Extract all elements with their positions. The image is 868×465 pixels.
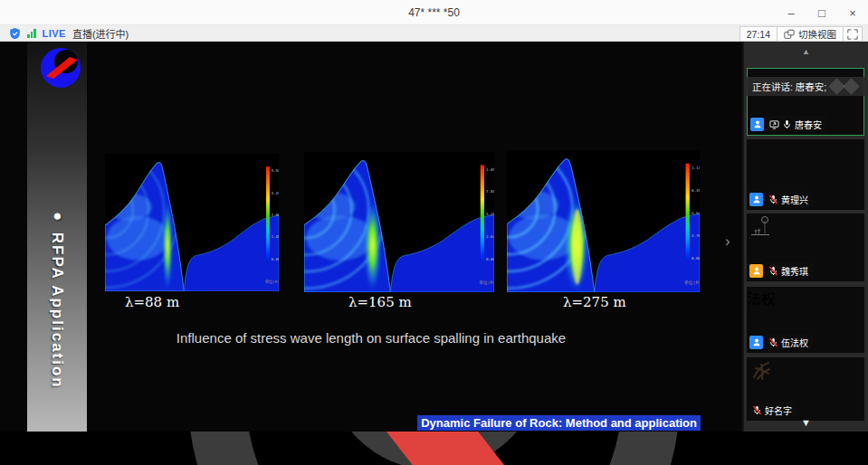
participants-sidebar: ▲ 正在讲话: 唐春安; 唐春安	[742, 42, 868, 432]
svg-text:1.48e+006: 1.48e+006	[272, 234, 279, 239]
svg-text:单位(Pa): 单位(Pa)	[479, 280, 494, 286]
participant-tile[interactable]: 魏秀琪	[747, 214, 864, 281]
participant-name: 伍法权	[781, 336, 808, 349]
participant-tile[interactable]: 黄理兴	[747, 139, 864, 210]
avatar: 法权	[747, 287, 864, 308]
svg-text:7.88e+006: 7.88e+006	[486, 189, 494, 194]
meeting-timer: 27:14	[739, 26, 777, 42]
next-page-chevron-icon[interactable]: ›	[725, 233, 730, 249]
participant-tile[interactable]: 好名字	[747, 357, 864, 421]
svg-text:0.00e+000: 0.00e+000	[486, 257, 494, 261]
window-titlebar: 47* *** *50 – □ ×	[0, 0, 868, 25]
wavelength-label-2: λ=165 m	[348, 294, 412, 310]
slide-caption: Influence of stress wave length on surfa…	[91, 330, 652, 346]
svg-text:0.00e+000: 0.00e+000	[692, 256, 700, 261]
svg-text:单位(Pa): 单位(Pa)	[265, 279, 279, 285]
signal-strength-icon	[27, 29, 36, 38]
svg-text:0.00e+000: 0.00e+000	[272, 256, 279, 261]
slide-footer-title: Dynamic Failure of Rock: Method and appl…	[417, 414, 701, 431]
svg-text:2.63e+006: 2.63e+006	[486, 234, 494, 239]
maximize-button[interactable]: □	[806, 0, 837, 25]
slide-side-bar: ● RFPA Application	[27, 42, 87, 432]
svg-text:8.35e+006: 8.35e+006	[692, 188, 700, 193]
participant-status-icon	[749, 336, 763, 349]
slide-section-title: ● RFPA Application	[48, 207, 66, 389]
switch-view-button[interactable]: 切换视图	[777, 26, 844, 42]
simulation-heatmap-2: 1.05e+0077.88e+0065.25e+0062.63e+0060.00…	[304, 152, 494, 292]
svg-text:5.57e+006: 5.57e+006	[692, 211, 700, 215]
scroll-down-arrow-icon[interactable]: ▼	[744, 417, 868, 428]
avatar	[747, 357, 864, 390]
participant-tile[interactable]: 法权 伍法权	[747, 287, 864, 353]
participant-name: 黄理兴	[781, 193, 808, 206]
shield-icon	[9, 27, 21, 40]
avatar	[747, 214, 864, 244]
mic-muted-icon	[768, 337, 778, 347]
participant-status-icon	[749, 264, 763, 278]
mic-muted-icon	[768, 195, 778, 204]
svg-text:1.13e+007: 1.13e+007	[692, 166, 700, 170]
simulation-heatmap-3: 1.13e+0078.35e+0065.57e+0062.78e+0060.00…	[507, 150, 700, 292]
svg-text:4.44e+006: 4.44e+006	[272, 190, 279, 195]
fullscreen-icon	[847, 29, 858, 40]
screen-share-mini-icon	[769, 119, 779, 129]
svg-text:1.05e+007: 1.05e+007	[486, 167, 494, 172]
wavelength-label-3: λ=275 m	[563, 294, 626, 310]
svg-text:2.78e+006: 2.78e+006	[692, 233, 700, 238]
main-area: ● RFPA Application 5.92e+0064.44e+0062.9…	[0, 42, 868, 432]
banner-logo-icon	[843, 78, 859, 94]
switch-view-icon	[784, 29, 795, 40]
meeting-statusbar: LIVE 直播(进行中) 27:14 切换视图	[0, 25, 868, 42]
mic-muted-icon	[752, 405, 762, 415]
participant-status-icon	[749, 193, 763, 206]
live-badge: LIVE	[43, 28, 66, 39]
rfpa-logo-icon	[39, 46, 82, 90]
wavelength-label-1: λ=88 m	[125, 294, 179, 310]
svg-text:单位(Pa): 单位(Pa)	[684, 280, 700, 286]
svg-text:5.92e+006: 5.92e+006	[272, 168, 279, 173]
participant-status-icon	[750, 118, 764, 131]
scroll-up-arrow-icon[interactable]: ▲	[744, 47, 868, 56]
mic-muted-icon	[768, 266, 778, 276]
participant-name: 好名字	[765, 403, 792, 417]
fullscreen-button[interactable]	[843, 26, 863, 42]
simulation-heatmap-1: 5.92e+0064.44e+0062.96e+0061.48e+0060.00…	[105, 154, 279, 291]
close-button[interactable]: ×	[837, 0, 868, 25]
minimize-button[interactable]: –	[776, 0, 806, 25]
shared-screen-slide: ● RFPA Application 5.92e+0064.44e+0062.9…	[0, 42, 742, 432]
mic-on-icon	[782, 119, 792, 129]
speaking-banner: 正在讲话: 唐春安;	[747, 77, 864, 96]
live-status-label: 直播(进行中)	[72, 26, 129, 41]
svg-text:2.96e+006: 2.96e+006	[272, 213, 279, 217]
participant-name: 魏秀琪	[781, 264, 808, 278]
participant-name: 唐春安	[795, 118, 822, 131]
svg-text:5.25e+006: 5.25e+006	[486, 212, 494, 216]
window-title: 47* *** *50	[0, 0, 868, 25]
